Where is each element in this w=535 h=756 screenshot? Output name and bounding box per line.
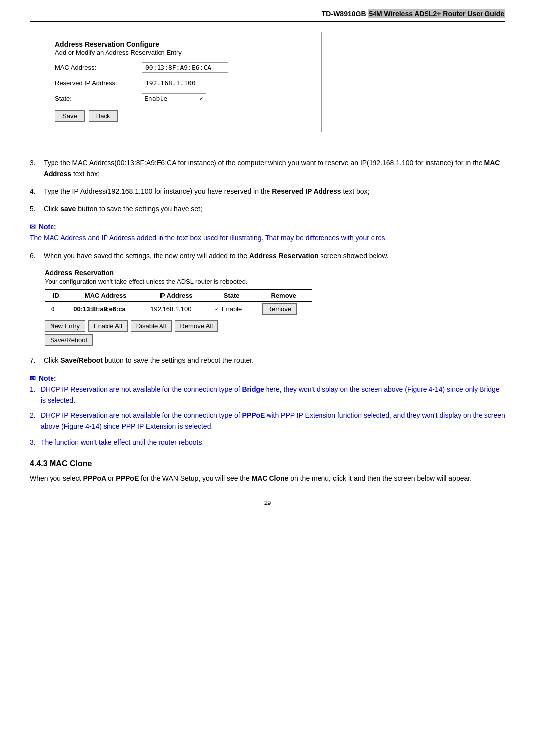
col-remove: Remove — [256, 290, 312, 302]
col-state: State — [208, 290, 256, 302]
cell-ip: 192.168.1.100 — [144, 302, 208, 317]
remove-all-button[interactable]: Remove All — [175, 320, 218, 332]
step-4: 4. Type the IP Address(192.168.1.100 for… — [30, 186, 505, 197]
col-mac: MAC Address — [67, 290, 144, 302]
address-reservation-section: Address Reservation Your configuration w… — [45, 269, 505, 346]
state-checkbox[interactable]: ✓ — [214, 306, 220, 312]
step-4-text: Type the IP Address(192.168.1.100 for in… — [44, 186, 505, 197]
note-2-item-1-text: DHCP IP Reservation are not available fo… — [41, 384, 505, 405]
step-5-num: 5. — [30, 204, 44, 215]
step-5-text: Click save button to save the settings y… — [44, 204, 505, 215]
remove-button[interactable]: Remove — [262, 303, 297, 315]
table-action-buttons: New Entry Enable All Disable All Remove … — [45, 320, 505, 332]
chevron-down-icon: ✓ — [199, 95, 204, 101]
mac-address-row: MAC Address: — [55, 62, 312, 73]
note-1-block: ✉ Note: The MAC Address and IP Address a… — [30, 223, 505, 244]
note-1-text: The MAC Address and IP Address added in … — [30, 233, 505, 244]
step-6-num: 6. — [30, 251, 44, 262]
mac-address-input[interactable] — [142, 62, 228, 73]
save-button[interactable]: Save — [55, 110, 85, 122]
form-button-row: Save Back — [55, 110, 312, 122]
config-form-title: Address Reservation Configure — [55, 40, 312, 48]
config-form-subtitle: Add or Modify an Address Reservation Ent… — [55, 49, 312, 56]
cell-state: ✓ Enable — [208, 302, 256, 317]
steps-section: 3. Type the MAC Address(00:13:8F:A9:E6:C… — [30, 158, 505, 215]
step-7-text: Click Save/Reboot button to save the set… — [44, 355, 505, 366]
header-highlight: 54M Wireless ADSL2+ Router User Guide — [368, 9, 505, 18]
note-2-item-3-num: 3. — [30, 437, 41, 448]
note-2-item-1-num: 1. — [30, 384, 41, 405]
note-2-item-3-text: The function won't take effect until the… — [41, 437, 505, 448]
section-443-text: When you select PPPoA or PPPoE for the W… — [30, 473, 505, 484]
state-label: State: — [55, 95, 142, 102]
enable-all-button[interactable]: Enable All — [88, 320, 128, 332]
mac-address-label: MAC Address: — [55, 64, 142, 71]
state-select-value: Enable — [144, 95, 195, 102]
note-2-block: ✉ Note: 1. DHCP IP Reservation are not a… — [30, 374, 505, 448]
cell-remove: Remove — [256, 302, 312, 317]
step-5: 5. Click save button to save the setting… — [30, 204, 505, 215]
note-2-item-2-num: 2. — [30, 410, 41, 432]
state-text: Enable — [222, 305, 242, 313]
step-3-text: Type the MAC Address(00:13:8F:A9:E6:CA f… — [44, 158, 505, 179]
step-3-num: 3. — [30, 158, 44, 179]
state-select[interactable]: Enable ✓ — [142, 93, 206, 103]
table-action-buttons-row2: Save/Reboot — [45, 334, 505, 346]
table-row: 0 00:13:8f:a9:e6:ca 192.168.1.100 ✓ Enab… — [45, 302, 312, 317]
section-443-title: 4.4.3 MAC Clone — [30, 459, 505, 468]
note-2-item-3: 3. The function won't take effect until … — [30, 437, 505, 448]
state-row: State: Enable ✓ — [55, 93, 312, 103]
step-3: 3. Type the MAC Address(00:13:8F:A9:E6:C… — [30, 158, 505, 179]
note-2-items: 1. DHCP IP Reservation are not available… — [30, 384, 505, 448]
step-4-num: 4. — [30, 186, 44, 197]
cell-id: 0 — [45, 302, 67, 317]
note-2-icon: ✉ — [30, 374, 36, 382]
reserved-ip-input[interactable] — [142, 78, 228, 88]
page-number: 29 — [264, 499, 271, 506]
note-2-item-2-text: DHCP IP Reservation are not available fo… — [41, 410, 505, 432]
step-7: 7. Click Save/Reboot button to save the … — [30, 355, 505, 366]
reserved-ip-row: Reserved IP Address: — [55, 78, 312, 88]
back-button[interactable]: Back — [89, 110, 118, 122]
step-7-num: 7. — [30, 355, 44, 366]
note-2-item-1: 1. DHCP IP Reservation are not available… — [30, 384, 505, 405]
note-2-item-2: 2. DHCP IP Reservation are not available… — [30, 410, 505, 432]
new-entry-button[interactable]: New Entry — [45, 320, 85, 332]
config-form: Address Reservation Configure Add or Mod… — [45, 32, 322, 132]
col-id: ID — [45, 290, 67, 302]
header-title: TD-W8910GB 54M Wireless ADSL2+ Router Us… — [322, 9, 505, 18]
step-6: 6. When you have saved the settings, the… — [30, 251, 505, 262]
cell-mac: 00:13:8f:a9:e6:ca — [67, 302, 144, 317]
address-reservation-table: ID MAC Address IP Address State Remove 0… — [45, 289, 312, 317]
header-bar: TD-W8910GB 54M Wireless ADSL2+ Router Us… — [30, 10, 505, 22]
address-reservation-title: Address Reservation — [45, 269, 505, 277]
table-header-row: ID MAC Address IP Address State Remove — [45, 290, 312, 302]
save-reboot-button[interactable]: Save/Reboot — [45, 334, 93, 346]
footer: 29 — [30, 499, 505, 506]
note-1-label: ✉ Note: — [30, 223, 505, 231]
page-container: TD-W8910GB 54M Wireless ADSL2+ Router Us… — [0, 0, 535, 756]
note-2-label: ✉ Note: — [30, 374, 505, 382]
state-checkbox-cell: ✓ Enable — [214, 305, 250, 313]
section-443: 4.4.3 MAC Clone When you select PPPoA or… — [30, 459, 505, 484]
step-6-text: When you have saved the settings, the ne… — [44, 251, 505, 262]
reserved-ip-label: Reserved IP Address: — [55, 79, 142, 87]
address-reservation-subtitle: Your configuration won't take effect unl… — [45, 278, 505, 285]
note-icon: ✉ — [30, 223, 36, 231]
disable-all-button[interactable]: Disable All — [131, 320, 172, 332]
col-ip: IP Address — [144, 290, 208, 302]
